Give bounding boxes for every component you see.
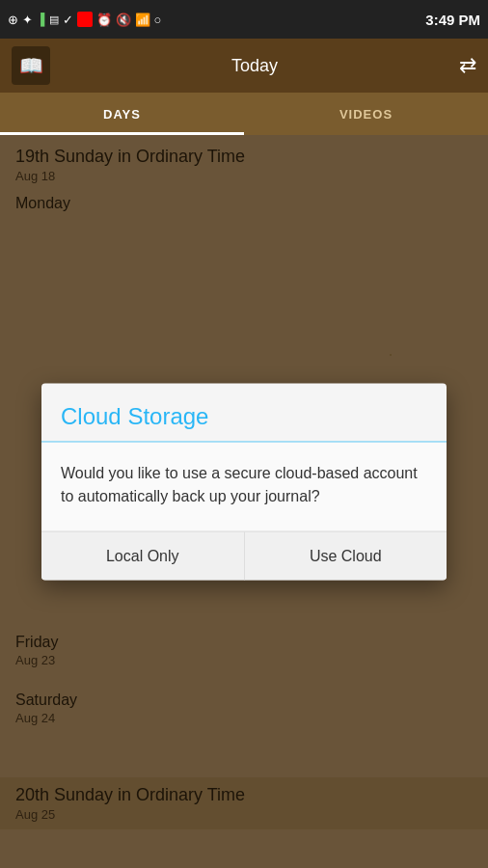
dialog-buttons: Local Only Use Cloud	[41, 531, 447, 581]
status-bar: ⊕ ✦ ▐ ▤ ✓ ✕ ⏰ 🔇 📶 ○ 3:49 PM	[0, 0, 488, 39]
local-only-button[interactable]: Local Only	[41, 532, 245, 581]
cross-icon: ✕	[77, 12, 93, 27]
battery-icon: ▐	[37, 13, 45, 26]
sim-icon: ▤	[49, 14, 59, 26]
add-icon: ⊕	[8, 13, 18, 27]
tab-videos[interactable]: VIDEOS	[244, 93, 488, 135]
tabs-bar: DAYS VIDEOS	[0, 93, 488, 135]
main-content: 19th Sunday in Ordinary Time Aug 18 Mond…	[0, 135, 488, 868]
dialog-header: Cloud Storage	[41, 384, 447, 443]
app-icon[interactable]: 📖	[12, 46, 50, 85]
filter-icon[interactable]: ⇄	[459, 53, 476, 78]
dialog-title: Cloud Storage	[61, 403, 427, 430]
status-time: 3:49 PM	[425, 12, 480, 28]
cloud-storage-dialog: Cloud Storage Would you like to use a se…	[41, 384, 447, 581]
tab-days[interactable]: DAYS	[0, 93, 244, 135]
wifi-icon: 📶	[135, 13, 150, 27]
status-left-icons: ⊕ ✦ ▐ ▤ ✓ ✕ ⏰ 🔇 📶 ○	[8, 12, 161, 27]
volume-icon: 🔇	[116, 13, 131, 27]
check-icon: ✓	[63, 13, 73, 27]
clock-icon: ⏰	[96, 13, 112, 27]
dialog-body: Would you like to use a secure cloud-bas…	[41, 443, 447, 531]
top-bar: 📖 Today ⇄	[0, 39, 488, 93]
usb-icon: ✦	[22, 13, 33, 27]
top-bar-title: Today	[231, 56, 278, 76]
use-cloud-button[interactable]: Use Cloud	[245, 532, 447, 581]
dialog-message: Would you like to use a secure cloud-bas…	[61, 462, 427, 508]
circle-icon: ○	[154, 13, 162, 27]
